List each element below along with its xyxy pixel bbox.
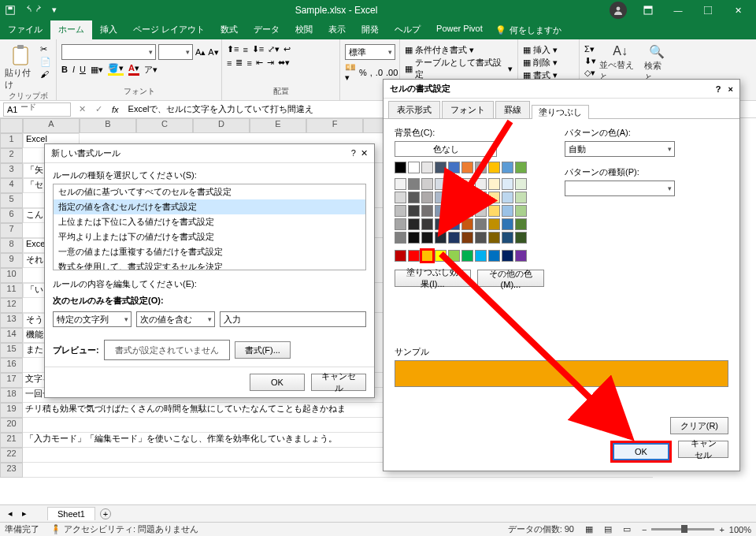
color-swatch[interactable] <box>408 205 420 217</box>
inc-dec-icon[interactable]: .0 <box>376 68 383 77</box>
color-swatch[interactable] <box>395 192 406 203</box>
dialog-header[interactable]: セルの書式設定 ? × <box>384 80 739 99</box>
color-swatch[interactable] <box>488 178 500 190</box>
color-swatch[interactable] <box>515 192 527 203</box>
tab-number[interactable]: 表示形式 <box>388 101 440 118</box>
font-size-combo[interactable] <box>158 44 193 60</box>
color-swatch[interactable] <box>421 178 433 190</box>
bold-button[interactable]: B <box>61 65 68 74</box>
color-swatch[interactable] <box>515 232 527 244</box>
color-swatch[interactable] <box>395 162 406 173</box>
color-swatch[interactable] <box>408 162 420 173</box>
color-swatch[interactable] <box>448 218 460 230</box>
color-swatch[interactable] <box>475 192 487 203</box>
color-swatch[interactable] <box>421 205 433 217</box>
orientation-icon[interactable]: ⤢▾ <box>268 44 280 54</box>
cancel-formula-icon[interactable]: ✕ <box>74 104 91 114</box>
qat-dropdown-icon[interactable]: ▾ <box>52 5 63 16</box>
color-swatch[interactable] <box>435 178 447 190</box>
comma-icon[interactable]: , <box>370 68 372 77</box>
pattern-color-combo[interactable]: 自動 <box>565 141 675 157</box>
zoom-in-icon[interactable]: + <box>719 525 724 534</box>
color-swatch[interactable] <box>502 205 513 217</box>
color-swatch[interactable] <box>488 192 500 203</box>
color-swatch[interactable] <box>515 162 527 173</box>
color-swatch[interactable] <box>408 178 420 190</box>
italic-button[interactable]: I <box>72 65 75 74</box>
select-all[interactable] <box>0 118 23 133</box>
view-pagebreak-icon[interactable]: ▭ <box>623 524 631 534</box>
undo-icon[interactable] <box>20 5 32 16</box>
dialog-close-icon[interactable]: × <box>728 84 733 94</box>
cancel-button[interactable]: キャンセル <box>311 374 366 391</box>
align-bottom-icon[interactable]: ⬇≡ <box>252 44 264 54</box>
view-pagelayout-icon[interactable]: ▤ <box>604 524 612 534</box>
zoom-slider[interactable] <box>651 528 714 530</box>
clear-icon[interactable]: ◇▾ <box>584 68 596 78</box>
rule-item[interactable]: 平均より上または下の値だけを書式設定 <box>54 229 365 244</box>
clear-button[interactable]: クリア(R) <box>670 417 728 434</box>
format-painter-icon[interactable]: 🖌 <box>40 69 51 79</box>
color-swatch[interactable] <box>475 250 487 262</box>
dialog-help-icon[interactable]: ? <box>716 84 721 94</box>
align-middle-icon[interactable]: ≡ <box>243 45 247 54</box>
color-swatch[interactable] <box>435 250 447 262</box>
cancel-button[interactable]: キャンセル <box>678 441 728 458</box>
rule-item[interactable]: 指定の値を含むセルだけを書式設定 <box>54 199 365 214</box>
delete-cells-button[interactable]: ▦ 削除 ▾ <box>523 57 558 69</box>
rule-value-input[interactable] <box>220 311 366 327</box>
color-swatch[interactable] <box>502 250 513 262</box>
redo-icon[interactable] <box>36 5 47 16</box>
color-swatch[interactable] <box>461 232 473 244</box>
ok-button[interactable]: OK <box>250 374 305 391</box>
color-swatch[interactable] <box>435 192 447 203</box>
color-swatch[interactable] <box>515 250 527 262</box>
maximize-icon[interactable] <box>695 2 721 19</box>
color-swatch[interactable] <box>408 232 420 244</box>
tab-file[interactable]: ファイル <box>0 20 50 39</box>
color-swatch[interactable] <box>488 205 500 217</box>
color-swatch[interactable] <box>502 232 513 244</box>
tab-home[interactable]: ホーム <box>50 20 92 39</box>
decrease-indent-icon[interactable]: ⇤ <box>256 58 263 68</box>
font-name-combo[interactable] <box>61 44 156 60</box>
decrease-font-icon[interactable]: A▾ <box>208 47 218 58</box>
color-swatch[interactable] <box>395 218 406 230</box>
color-swatch[interactable] <box>435 218 447 230</box>
no-color-button[interactable]: 色なし <box>395 141 497 157</box>
dialog-close-icon[interactable]: ✕ <box>361 148 368 158</box>
color-swatch[interactable] <box>475 232 487 244</box>
tab-fill[interactable]: 塗りつぶし <box>532 105 589 119</box>
color-swatch[interactable] <box>502 162 513 173</box>
color-swatch[interactable] <box>461 162 473 173</box>
border-button[interactable]: ▦▾ <box>91 65 103 75</box>
color-swatch[interactable] <box>448 192 460 203</box>
ribbon-display-icon[interactable] <box>635 2 662 19</box>
color-swatch[interactable] <box>448 162 460 173</box>
color-swatch[interactable] <box>461 218 473 230</box>
color-swatch[interactable] <box>502 192 513 203</box>
col-A[interactable]: A <box>23 118 80 133</box>
sheet-nav-next-icon[interactable]: ▸ <box>22 508 27 519</box>
tab-developer[interactable]: 開発 <box>354 20 387 39</box>
fill-color-button[interactable]: 🪣▾ <box>108 63 124 76</box>
zoom-out-icon[interactable]: − <box>642 525 647 534</box>
color-swatch[interactable] <box>461 250 473 262</box>
color-swatch[interactable] <box>421 232 433 244</box>
rule-item[interactable]: 一意の値または重複する値だけを書式設定 <box>54 244 365 259</box>
tab-border[interactable]: 罫線 <box>495 101 530 118</box>
dec-dec-icon[interactable]: .00 <box>386 68 398 77</box>
color-swatch[interactable] <box>408 192 420 203</box>
color-swatch[interactable] <box>435 232 447 244</box>
color-swatch[interactable] <box>488 162 500 173</box>
color-swatch[interactable] <box>408 250 420 262</box>
color-swatch[interactable] <box>435 162 447 173</box>
align-center-icon[interactable]: ≣ <box>235 58 243 68</box>
tab-formulas[interactable]: 数式 <box>213 20 246 39</box>
wrap-text-icon[interactable]: ↩ <box>284 44 291 54</box>
tab-help[interactable]: ヘルプ <box>387 20 428 39</box>
color-swatch[interactable] <box>435 205 447 217</box>
rule-item[interactable]: セルの値に基づいてすべてのセルを書式設定 <box>54 184 365 199</box>
copy-icon[interactable]: 📄 <box>40 57 51 67</box>
color-swatch[interactable] <box>421 250 433 262</box>
